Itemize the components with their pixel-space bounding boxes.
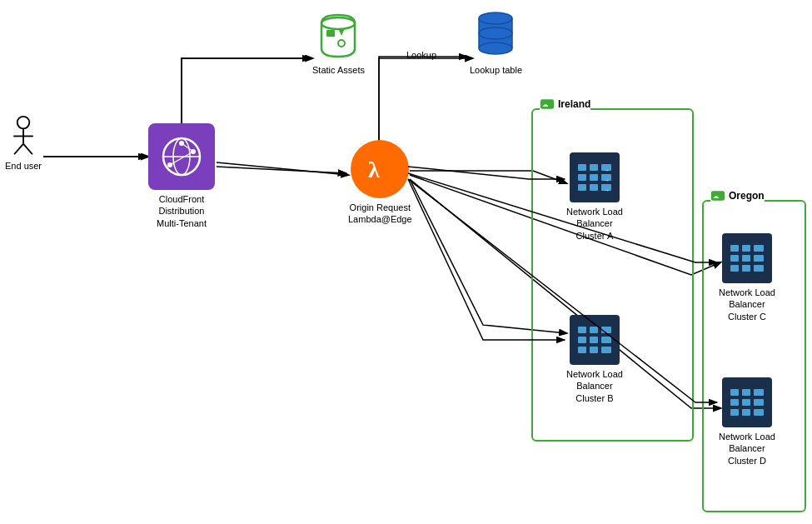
nlb-d-node: Network LoadBalancerCluster D bbox=[719, 377, 775, 467]
svg-rect-22 bbox=[479, 18, 512, 33]
svg-text:☁: ☁ bbox=[542, 101, 548, 108]
end-user-node: End user bbox=[5, 115, 42, 172]
svg-rect-64 bbox=[730, 389, 739, 396]
lookup-label: Lookup bbox=[406, 50, 436, 60]
nlb-d-icon bbox=[722, 377, 772, 427]
svg-rect-46 bbox=[601, 327, 611, 333]
svg-rect-16 bbox=[326, 30, 335, 37]
svg-rect-68 bbox=[742, 399, 750, 406]
svg-rect-44 bbox=[578, 327, 586, 333]
lambda-label: Origin RequestLambda@Edge bbox=[348, 202, 412, 226]
dynamodb-label: Lookup table bbox=[470, 64, 522, 76]
svg-rect-38 bbox=[578, 184, 586, 191]
svg-rect-51 bbox=[590, 347, 598, 353]
svg-rect-69 bbox=[754, 399, 764, 406]
cloudfront-label: CloudFrontDistributionMulti-Tenant bbox=[157, 193, 207, 229]
nlb-a-icon: → → → bbox=[570, 152, 620, 202]
nlb-b-icon bbox=[570, 315, 620, 365]
svg-point-18 bbox=[338, 40, 345, 47]
svg-rect-56 bbox=[742, 245, 750, 252]
svg-rect-32 bbox=[578, 164, 586, 171]
svg-text:→: → bbox=[603, 177, 610, 184]
svg-line-1 bbox=[217, 162, 348, 175]
nlb-a-node: → → → Network LoadBalancerCluster A bbox=[566, 152, 623, 242]
s3-icon bbox=[313, 7, 363, 61]
svg-rect-47 bbox=[578, 337, 586, 343]
svg-rect-63 bbox=[754, 265, 764, 272]
svg-rect-71 bbox=[742, 409, 750, 416]
svg-rect-45 bbox=[590, 327, 598, 333]
svg-rect-66 bbox=[754, 389, 764, 396]
svg-rect-59 bbox=[742, 255, 750, 262]
ireland-label-text: Ireland bbox=[558, 98, 590, 110]
s3-label: Static Assets bbox=[312, 64, 365, 76]
svg-rect-57 bbox=[754, 245, 764, 252]
svg-marker-17 bbox=[338, 28, 345, 36]
svg-rect-67 bbox=[730, 399, 739, 406]
svg-line-6 bbox=[23, 144, 32, 155]
svg-rect-35 bbox=[578, 174, 586, 181]
svg-rect-60 bbox=[754, 255, 764, 262]
nlb-c-node: Network LoadBalancerCluster C bbox=[719, 233, 775, 322]
lambda-node: λ Origin RequestLambda@Edge bbox=[348, 140, 412, 226]
s3-node: Static Assets bbox=[312, 7, 365, 76]
svg-point-15 bbox=[321, 17, 355, 29]
svg-text:→: → bbox=[603, 187, 610, 194]
nlb-b-node: Network LoadBalancerCluster B bbox=[566, 315, 623, 404]
svg-rect-72 bbox=[754, 409, 764, 416]
person-icon bbox=[8, 115, 38, 157]
nlb-a-label: Network LoadBalancerCluster A bbox=[566, 206, 623, 242]
svg-rect-36 bbox=[590, 174, 598, 181]
nlb-d-label: Network LoadBalancerCluster D bbox=[719, 431, 775, 467]
dynamodb-node: Lookup table bbox=[469, 7, 523, 76]
nlb-b-label: Network LoadBalancerCluster B bbox=[566, 368, 623, 404]
svg-rect-49 bbox=[601, 337, 611, 343]
end-user-label: End user bbox=[5, 160, 42, 172]
svg-rect-50 bbox=[578, 347, 586, 353]
svg-rect-62 bbox=[742, 265, 750, 272]
svg-text:λ: λ bbox=[368, 157, 380, 182]
nlb-c-icon bbox=[722, 233, 772, 283]
oregon-label-text: Oregon bbox=[729, 190, 765, 202]
architecture-diagram: End user CloudFrontDistributionMulti-Ten… bbox=[0, 0, 812, 524]
svg-rect-55 bbox=[730, 245, 739, 252]
svg-rect-61 bbox=[730, 265, 739, 272]
cloudfront-icon bbox=[148, 123, 215, 190]
svg-text:→: → bbox=[603, 167, 610, 174]
nlb-c-label: Network LoadBalancerCluster C bbox=[719, 287, 775, 322]
dynamo-icon bbox=[469, 7, 523, 61]
svg-line-5 bbox=[14, 144, 23, 155]
svg-rect-39 bbox=[590, 184, 598, 191]
svg-rect-33 bbox=[590, 164, 598, 171]
svg-line-74 bbox=[217, 167, 346, 173]
ireland-cloud-icon: ☁ bbox=[540, 98, 555, 110]
svg-rect-23 bbox=[479, 33, 512, 48]
lambda-icon: λ bbox=[351, 140, 409, 198]
svg-rect-65 bbox=[742, 389, 750, 396]
svg-rect-48 bbox=[590, 337, 598, 343]
oregon-region-label: ☁ Oregon bbox=[710, 190, 765, 202]
svg-point-2 bbox=[17, 117, 30, 129]
svg-text:☁: ☁ bbox=[713, 192, 719, 200]
cloudfront-node: CloudFrontDistributionMulti-Tenant bbox=[148, 123, 215, 229]
oregon-cloud-icon: ☁ bbox=[710, 190, 725, 202]
svg-rect-70 bbox=[730, 409, 739, 416]
ireland-region-label: ☁ Ireland bbox=[540, 98, 590, 110]
svg-rect-58 bbox=[730, 255, 739, 262]
svg-rect-52 bbox=[601, 347, 611, 353]
